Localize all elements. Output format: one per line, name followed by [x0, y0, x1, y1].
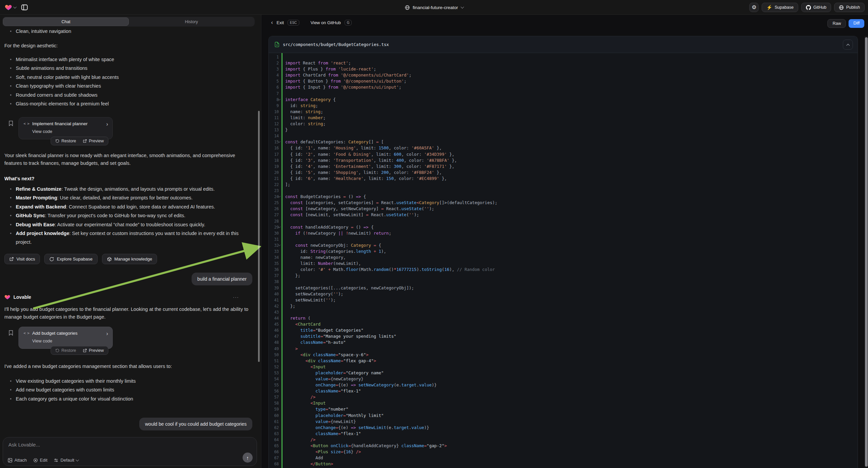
design-heading: For the design aesthetic: [4, 43, 248, 48]
bullet-dot [10, 94, 11, 96]
line-number: 66 [269, 449, 279, 455]
bullet-text: Rounded corners and subtle shadows [16, 91, 97, 99]
sidebar-toggle-button[interactable] [20, 2, 30, 12]
mode-selector[interactable]: Default [54, 458, 79, 463]
package-icon [107, 257, 112, 262]
user-message-chip: build a financial planner [192, 273, 252, 285]
code-text: const [newCategory, setNewCategory] = Re… [285, 206, 434, 212]
code-line: 26 const [newCategory, setNewCategory] =… [269, 206, 858, 212]
project-selector[interactable]: financial-future-creator [405, 0, 463, 15]
bullet-dot [10, 197, 11, 198]
visit-docs-button[interactable]: Visit docs [4, 254, 40, 264]
collapse-file-button[interactable] [843, 39, 853, 50]
code-line: 22]; [269, 182, 858, 188]
line-number: 37 [269, 273, 279, 279]
code-text: import { Button } from '@/components/ui/… [285, 78, 406, 84]
version-actions-pill: Restore Preview [51, 346, 108, 355]
explore-supabase-button[interactable]: Explore Supabase [44, 254, 97, 264]
prompt-input[interactable] [8, 442, 251, 450]
tab-chat[interactable]: Chat [3, 18, 129, 26]
diff-toggle-button[interactable]: Diff [848, 19, 864, 28]
code-line: 27 const [newLimit, setNewLimit] = React… [269, 212, 858, 218]
code-text: import { Input } from '@/components/ui/i… [285, 84, 401, 90]
code-line: 49 > [269, 346, 858, 352]
image-icon [8, 458, 12, 463]
code-text: <Plus size={16} /> [285, 449, 361, 455]
bookmark-icon[interactable] [8, 120, 13, 126]
lovable-logo-menu[interactable] [5, 4, 16, 11]
line-number: 22 [269, 182, 279, 188]
line-number: 49 [269, 346, 279, 352]
ready-paragraph: Your sleek financial planner is now read… [4, 152, 248, 167]
external-link-icon [83, 139, 87, 143]
raw-toggle-button[interactable]: Raw [828, 19, 846, 28]
publish-button[interactable]: Publish [834, 3, 865, 12]
bullet-text: Soft, neutral color palette with light b… [16, 73, 119, 82]
mode-label: Default [60, 458, 74, 463]
globe-icon [405, 5, 410, 10]
code-line: 31 [269, 236, 858, 242]
list-item: Clean typography with clear hierarchies [4, 82, 248, 90]
github-button[interactable]: GitHub [801, 3, 831, 12]
page-scrollbar[interactable] [865, 36, 868, 468]
code-text: <Button onClick={handleAddCategory} clas… [285, 443, 447, 449]
code-line: 21 { id: '6', name: 'Healthcare', limit:… [269, 176, 858, 182]
chat-panel: Chat History Clean, intuitive navigation… [0, 15, 261, 468]
code-text: <Input [285, 364, 326, 370]
preview-button[interactable]: Preview [83, 139, 104, 143]
code-text: return ( [285, 315, 310, 321]
edit-button[interactable]: Edit [33, 458, 47, 463]
version-card[interactable]: < > Add budget categories › View code [19, 327, 113, 349]
message-menu-button[interactable]: ··· [233, 294, 239, 300]
settings-button[interactable]: ⚙ [749, 3, 758, 12]
code-line: 34 name: newCategory, [269, 255, 858, 261]
line-number: 2 [269, 60, 279, 66]
code-text: }; [285, 303, 295, 309]
file-plus-icon [275, 41, 279, 47]
code-line: 37 }; [269, 273, 858, 279]
restore-button[interactable]: Restore [55, 139, 76, 143]
bullet-dot [10, 67, 11, 69]
code-line: 40 setNewCategory(''); [269, 291, 858, 297]
send-button[interactable]: ↑ [243, 452, 253, 463]
version-title: Add budget categories [32, 331, 78, 336]
chat-tabbar: Chat History [2, 17, 255, 27]
bullet-text: Debug with Ease: Activate our experiment… [16, 220, 205, 229]
code-line: 47 subtitle="Manage your spending limits… [269, 333, 858, 340]
code-body: 12import React from 'react';3import { Pl… [269, 53, 858, 468]
view-code-link[interactable]: View code [32, 129, 108, 134]
line-number: 59 [269, 406, 279, 412]
preview-button[interactable]: Preview [83, 348, 104, 353]
line-number: 48 [269, 340, 279, 346]
bullet-dot [10, 215, 11, 216]
list-item: Each category gets a unique color for vi… [4, 394, 248, 403]
code-line: 10 name: string; [269, 109, 858, 115]
attach-label: Attach [14, 458, 27, 463]
line-number: 38 [269, 279, 279, 285]
file-header[interactable]: src/components/budget/BudgetCategories.t… [269, 36, 858, 53]
supabase-button[interactable]: ⚡ Supabase [762, 3, 798, 12]
bullet-text: Add project knowledge: Set key context o… [16, 229, 248, 247]
chat-scrollbar[interactable] [258, 111, 260, 362]
file-path: src/components/budget/BudgetCategories.t… [283, 42, 389, 47]
bullet-dot [10, 103, 11, 105]
bullet-text: Glass-morphic elements for a premium fee… [16, 99, 109, 108]
target-icon [33, 458, 38, 463]
line-number: 52 [269, 364, 279, 370]
view-on-github-link[interactable]: View on GitHub [311, 20, 341, 25]
view-code-link[interactable]: View code [32, 339, 108, 344]
attach-button[interactable]: Attach [8, 458, 27, 463]
version-card[interactable]: < > Implement financial planner › View c… [19, 117, 113, 139]
code-text: const defaultCategories: Category[] = [ [285, 139, 384, 145]
restore-button[interactable]: Restore [55, 348, 76, 353]
tab-history[interactable]: History [129, 18, 254, 26]
scrollbar-thumb[interactable] [865, 37, 868, 467]
line-number: 14 [269, 133, 279, 139]
bookmark-icon[interactable] [8, 330, 13, 336]
exit-button[interactable]: Exit [276, 20, 284, 25]
code-line: 20 { id: '5', name: 'Shopping', limit: 2… [269, 170, 858, 176]
line-number: 7 [269, 91, 279, 97]
restore-label: Restore [61, 139, 76, 143]
line-number: 46 [269, 327, 279, 333]
manage-knowledge-button[interactable]: Manage knowledge [102, 254, 157, 264]
